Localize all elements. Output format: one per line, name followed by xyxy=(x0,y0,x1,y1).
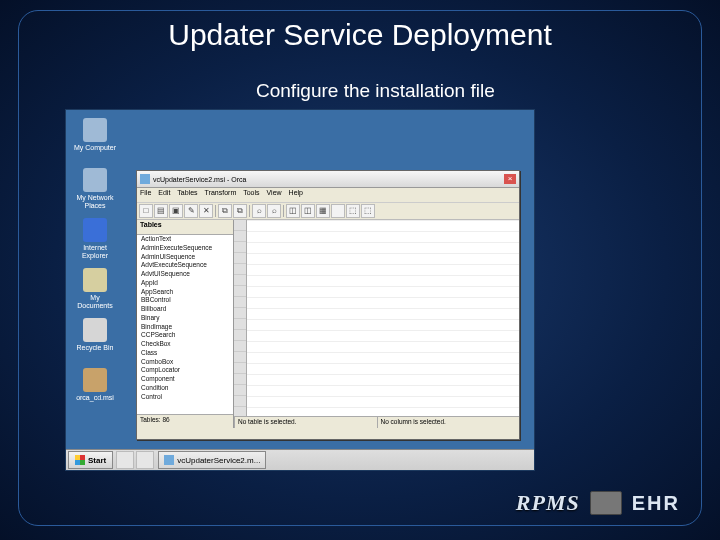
data-grid[interactable] xyxy=(234,220,519,417)
toolbar-button[interactable]: ⧉ xyxy=(218,204,232,218)
desktop-icon[interactable]: Recycle Bin xyxy=(72,318,118,352)
table-row[interactable]: ComboBox xyxy=(137,358,233,367)
desktop-icon-glyph xyxy=(83,268,107,292)
desktop-icon-glyph xyxy=(83,218,107,242)
desktop-icon-glyph xyxy=(83,168,107,192)
close-icon[interactable]: × xyxy=(504,174,516,184)
toolbar-separator xyxy=(215,205,216,217)
desktop-screenshot: My ComputerMy Network PlacesInternet Exp… xyxy=(66,110,534,470)
statusbar: No table is selected. No column is selec… xyxy=(234,417,519,428)
slide-title: Updater Service Deployment xyxy=(0,18,720,52)
toolbar[interactable]: □▤▣✎✕⧉⧉⌕⌕◫◫▦⬚⬚ xyxy=(137,203,519,220)
menu-item[interactable]: Transform xyxy=(205,189,237,201)
grid-panel: No table is selected. No column is selec… xyxy=(234,220,519,428)
row-header-strip xyxy=(234,220,247,416)
toolbar-button[interactable]: ✎ xyxy=(184,204,198,218)
menu-item[interactable]: Tools xyxy=(243,189,259,201)
toolbar-button[interactable]: ⬚ xyxy=(361,204,375,218)
quicklaunch-icon[interactable] xyxy=(136,451,154,469)
table-row[interactable]: ActionText xyxy=(137,235,233,244)
toolbar-separator xyxy=(283,205,284,217)
desktop-icon[interactable]: Internet Explorer xyxy=(72,218,118,259)
windows-logo-icon xyxy=(75,455,85,465)
toolbar-button[interactable]: ▦ xyxy=(316,204,330,218)
desktop-icon[interactable]: My Network Places xyxy=(72,168,118,209)
table-row[interactable]: CCPSearch xyxy=(137,331,233,340)
tables-count: Tables: 86 xyxy=(137,414,233,428)
desktop-icon-label: Internet Explorer xyxy=(72,244,118,259)
toolbar-button[interactable] xyxy=(331,204,345,218)
menu-item[interactable]: Tables xyxy=(177,189,197,201)
start-label: Start xyxy=(88,456,106,465)
table-row[interactable]: Billboard xyxy=(137,305,233,314)
toolbar-button[interactable]: ⬚ xyxy=(346,204,360,218)
desktop-icon-glyph xyxy=(83,368,107,392)
slide-root: Updater Service Deployment Configure the… xyxy=(0,0,720,540)
taskbar-app-label: vcUpdaterService2.m... xyxy=(177,456,260,465)
table-row[interactable]: Condition xyxy=(137,384,233,393)
table-row[interactable]: Component xyxy=(137,375,233,384)
window-title: vcUpdaterService2.msi - Orca xyxy=(153,176,246,183)
start-button[interactable]: Start xyxy=(68,451,113,469)
toolbar-button[interactable]: ▣ xyxy=(169,204,183,218)
desktop-icon-glyph xyxy=(83,318,107,342)
table-row[interactable]: Class xyxy=(137,349,233,358)
table-row[interactable]: BBControl xyxy=(137,296,233,305)
table-row[interactable]: Control xyxy=(137,393,233,402)
desktop-icon[interactable]: My Documents xyxy=(72,268,118,309)
desktop-icon-label: Recycle Bin xyxy=(72,344,118,352)
app-icon xyxy=(140,174,150,184)
toolbar-button[interactable]: ⧉ xyxy=(233,204,247,218)
orca-window: vcUpdaterService2.msi - Orca × FileEditT… xyxy=(136,170,520,440)
table-row[interactable]: AppSearch xyxy=(137,288,233,297)
desktop-icon-label: My Network Places xyxy=(72,194,118,209)
desktop-icon[interactable]: orca_cd.msi xyxy=(72,368,118,402)
menu-item[interactable]: Help xyxy=(289,189,303,201)
menu-item[interactable]: View xyxy=(267,189,282,201)
toolbar-separator xyxy=(249,205,250,217)
table-row[interactable]: CheckBox xyxy=(137,340,233,349)
desktop-icon-glyph xyxy=(83,118,107,142)
table-row[interactable]: AdvtUISequence xyxy=(137,270,233,279)
table-row[interactable]: CompLocator xyxy=(137,366,233,375)
quicklaunch-icon[interactable] xyxy=(116,451,134,469)
desktop-icon-label: orca_cd.msi xyxy=(72,394,118,402)
branding: RPMS EHR xyxy=(516,490,680,516)
slide-subtitle: Configure the installation file xyxy=(256,80,495,102)
toolbar-button[interactable]: ▤ xyxy=(154,204,168,218)
taskbar: Start vcUpdaterService2.m... xyxy=(66,449,534,470)
toolbar-button[interactable]: ⌕ xyxy=(252,204,266,218)
toolbar-button[interactable]: ⌕ xyxy=(267,204,281,218)
desktop-icon-label: My Documents xyxy=(72,294,118,309)
table-row[interactable]: AdvtExecuteSequence xyxy=(137,261,233,270)
table-row[interactable]: AppId xyxy=(137,279,233,288)
table-row[interactable]: BindImage xyxy=(137,323,233,332)
desktop-icon[interactable]: My Computer xyxy=(72,118,118,152)
tables-list[interactable]: ActionTextAdminExecuteSequenceAdminUISeq… xyxy=(137,235,233,414)
toolbar-button[interactable]: ◫ xyxy=(301,204,315,218)
tables-header: Tables xyxy=(137,220,233,235)
desktop-icon-label: My Computer xyxy=(72,144,118,152)
taskbar-app-button[interactable]: vcUpdaterService2.m... xyxy=(158,451,266,469)
tables-panel: Tables ActionTextAdminExecuteSequenceAdm… xyxy=(137,220,234,428)
table-row[interactable]: AdminUISequence xyxy=(137,253,233,262)
table-row[interactable]: AdminExecuteSequence xyxy=(137,244,233,253)
window-body: Tables ActionTextAdminExecuteSequenceAdm… xyxy=(137,220,519,428)
menu-item[interactable]: File xyxy=(140,189,151,201)
toolbar-button[interactable]: □ xyxy=(139,204,153,218)
status-right: No column is selected. xyxy=(377,417,520,428)
menu-item[interactable]: Edit xyxy=(158,189,170,201)
taskbar-app-icon xyxy=(164,455,174,465)
ehr-monitor-icon xyxy=(590,491,622,515)
window-titlebar[interactable]: vcUpdaterService2.msi - Orca × xyxy=(137,171,519,188)
status-mid: No table is selected. xyxy=(234,417,377,428)
ehr-logo: EHR xyxy=(632,492,680,515)
rpms-logo: RPMS xyxy=(516,490,580,516)
menubar[interactable]: FileEditTablesTransformToolsViewHelp xyxy=(137,188,519,203)
table-row[interactable]: Binary xyxy=(137,314,233,323)
toolbar-button[interactable]: ◫ xyxy=(286,204,300,218)
toolbar-button[interactable]: ✕ xyxy=(199,204,213,218)
